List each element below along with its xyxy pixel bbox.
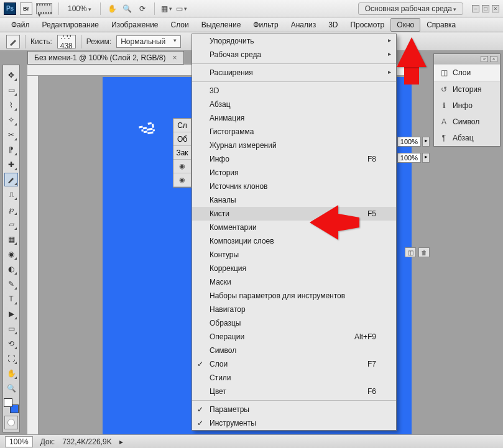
magic-wand-tool[interactable]: ✧ bbox=[4, 113, 18, 127]
menu-view[interactable]: Просмотр bbox=[344, 18, 390, 32]
menu-item-образцы[interactable]: Образцы bbox=[192, 316, 396, 330]
menu-item-маски[interactable]: Маски bbox=[192, 275, 396, 289]
crop-tool[interactable]: ✂ bbox=[4, 128, 18, 142]
new-layer-icon[interactable]: ◫ bbox=[405, 247, 416, 257]
foreground-color[interactable] bbox=[4, 398, 12, 407]
brush-tool[interactable] bbox=[4, 173, 18, 186]
menu-item-рабочая-среда[interactable]: Рабочая среда bbox=[192, 48, 396, 62]
visibility-icon[interactable] bbox=[173, 160, 191, 173]
eyedropper-tool[interactable]: ⁋ bbox=[4, 143, 18, 157]
menu-3d[interactable]: 3D bbox=[322, 18, 344, 32]
mini-bridge-icon[interactable] bbox=[36, 3, 52, 14]
menu-item-инфо[interactable]: ИнфоF8 bbox=[192, 152, 396, 166]
menu-item-анимация[interactable]: Анимация bbox=[192, 111, 396, 125]
chevron-right-icon[interactable]: ▸ bbox=[422, 137, 430, 147]
menu-item-каналы[interactable]: Каналы bbox=[192, 193, 396, 207]
menu-help[interactable]: Справка bbox=[420, 18, 462, 32]
menu-item-расширения[interactable]: Расширения bbox=[192, 66, 396, 80]
close-icon[interactable]: × bbox=[490, 56, 497, 62]
menu-filter[interactable]: Фильтр bbox=[247, 18, 284, 32]
gradient-tool[interactable]: ▦ bbox=[4, 232, 18, 246]
type-tool[interactable]: T bbox=[4, 292, 18, 306]
healing-tool[interactable]: ✚ bbox=[4, 158, 18, 171]
color-swatches[interactable] bbox=[4, 398, 19, 413]
menu-file[interactable]: Файл bbox=[5, 18, 36, 32]
shape-tool[interactable]: ▭ bbox=[4, 322, 18, 336]
menu-item-стили[interactable]: Стили bbox=[192, 371, 396, 385]
maximize-button[interactable]: □ bbox=[482, 5, 489, 12]
panel-button[interactable]: Об bbox=[173, 132, 191, 146]
path-select-tool[interactable]: ▶ bbox=[4, 307, 18, 321]
dodge-tool[interactable]: ◐ bbox=[4, 262, 18, 276]
menu-analysis[interactable]: Анализ bbox=[285, 18, 323, 32]
visibility-icon[interactable] bbox=[173, 173, 191, 187]
menu-item-коррекция[interactable]: Коррекция bbox=[192, 262, 396, 275]
fill-value[interactable]: 100% bbox=[397, 153, 421, 163]
panel-tab-история[interactable]: ↺История bbox=[434, 81, 500, 98]
menu-item-источник-клонов[interactable]: Источник клонов bbox=[192, 180, 396, 193]
history-brush-tool[interactable]: ℘ bbox=[4, 203, 18, 216]
menu-item-параметры[interactable]: Параметры✓ bbox=[192, 403, 396, 416]
quick-mask-toggle[interactable] bbox=[4, 416, 18, 429]
blur-tool[interactable]: ◉ bbox=[4, 247, 18, 261]
zoom-level[interactable]: 100% bbox=[65, 3, 94, 14]
menu-select[interactable]: Выделение bbox=[195, 18, 247, 32]
menu-item-абзац[interactable]: Абзац bbox=[192, 98, 396, 111]
panel-button[interactable]: Зак bbox=[173, 146, 191, 160]
menu-item-упорядочить[interactable]: Упорядочить bbox=[192, 34, 396, 48]
hand-tool[interactable]: ✋ bbox=[4, 367, 18, 380]
menu-item-навигатор[interactable]: Навигатор bbox=[192, 303, 396, 316]
opacity-value[interactable]: 100% bbox=[397, 137, 421, 147]
move-tool[interactable]: ✥ bbox=[4, 68, 18, 82]
marquee-tool[interactable]: ▭ bbox=[4, 83, 18, 97]
menu-window[interactable]: Окно bbox=[390, 18, 420, 32]
zoom-icon[interactable]: 🔍 bbox=[122, 3, 133, 14]
arrange-docs-icon[interactable]: ▦ bbox=[161, 3, 172, 14]
workspace-switcher[interactable]: Основная рабочая среда bbox=[358, 2, 463, 15]
menu-item-слои[interactable]: СлоиF7✓ bbox=[192, 357, 396, 371]
chevron-right-icon[interactable]: ▸ bbox=[422, 153, 430, 163]
current-tool-icon[interactable] bbox=[6, 35, 20, 48]
pen-tool[interactable]: ✎ bbox=[4, 277, 18, 291]
trash-icon[interactable]: 🗑 bbox=[418, 247, 430, 257]
menu-item-операции[interactable]: ОперацииAlt+F9 bbox=[192, 330, 396, 344]
menu-edit[interactable]: Редактирование bbox=[36, 18, 105, 32]
blend-mode-select[interactable]: Нормальный bbox=[116, 35, 181, 48]
chevron-right-icon[interactable]: ▸ bbox=[119, 437, 123, 446]
panel-tab-слои[interactable]: ◫Слои bbox=[434, 64, 500, 81]
menu-item-гистограмма[interactable]: Гистограмма bbox=[192, 125, 396, 139]
menu-item-цвет[interactable]: ЦветF6 bbox=[192, 385, 396, 398]
menu-item-инструменты[interactable]: Инструменты✓ bbox=[192, 416, 396, 430]
menu-item-кисти[interactable]: КистиF5 bbox=[192, 207, 396, 221]
screen-mode-icon[interactable]: ▭ bbox=[176, 3, 187, 14]
menu-item-журнал-измерений[interactable]: Журнал измерений bbox=[192, 139, 396, 152]
menu-item-3d[interactable]: 3D bbox=[192, 84, 396, 98]
menu-item-наборы-параметров-для-инструментов[interactable]: Наборы параметров для инструментов bbox=[192, 289, 396, 303]
lasso-tool[interactable]: ⌇ bbox=[4, 98, 18, 112]
hand-icon[interactable]: ✋ bbox=[107, 3, 118, 14]
collapse-icon[interactable]: » bbox=[481, 56, 488, 62]
panel-tab-символ[interactable]: AСимвол bbox=[434, 114, 500, 130]
menu-item-символ[interactable]: Символ bbox=[192, 344, 396, 357]
eraser-tool[interactable]: ▱ bbox=[4, 217, 18, 231]
rotate-view-icon[interactable]: ⟳ bbox=[137, 3, 148, 14]
close-button[interactable]: × bbox=[492, 5, 499, 12]
document-tab[interactable]: Без имени-1 @ 100% (Слой 2, RGB/8) × bbox=[27, 51, 184, 65]
status-zoom[interactable]: 100% bbox=[5, 436, 33, 447]
zoom-tool[interactable]: 🔍 bbox=[4, 382, 18, 395]
menu-layers[interactable]: Слои bbox=[165, 18, 195, 32]
stamp-tool[interactable]: ⎍ bbox=[4, 188, 18, 201]
menu-image[interactable]: Изображение bbox=[105, 18, 165, 32]
brush-preset-picker[interactable]: ∴∵ 438 bbox=[57, 35, 76, 48]
menu-item-композиции-слоев[interactable]: Композиции слоев bbox=[192, 234, 396, 248]
bridge-icon[interactable]: Br bbox=[20, 2, 32, 15]
3d-rotate-tool[interactable]: ⟲ bbox=[4, 337, 18, 350]
3d-camera-tool[interactable]: ⛶ bbox=[4, 352, 18, 365]
menu-item-история[interactable]: История bbox=[192, 166, 396, 180]
menu-item-комментарии[interactable]: Комментарии bbox=[192, 221, 396, 234]
menu-item-контуры[interactable]: Контуры bbox=[192, 248, 396, 262]
panel-tab-абзац[interactable]: ¶Абзац bbox=[434, 130, 500, 146]
ps-app-icon[interactable]: Ps bbox=[4, 2, 16, 15]
close-icon[interactable]: × bbox=[173, 53, 177, 62]
panel-tab[interactable]: Сл bbox=[173, 119, 191, 132]
